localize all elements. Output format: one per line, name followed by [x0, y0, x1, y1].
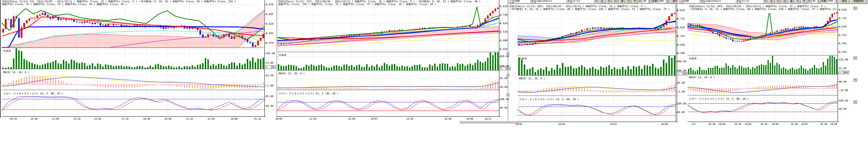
toolbar-combo-先物[interactable]: 先物▼ — [514, 0, 534, 3]
toolbar-spin-field[interactable]: 30▲▼ — [811, 0, 820, 3]
volume-bar — [657, 69, 659, 75]
combo-value: 先物 — [684, 0, 689, 3]
candle-body — [63, 19, 64, 19]
volume-bar — [84, 63, 85, 69]
toolbar-button-年[interactable]: 年 — [632, 0, 638, 3]
candle-body — [589, 28, 591, 29]
combo-dropdown-icon[interactable]: ▼ — [567, 0, 570, 3]
toolbar-button-日[interactable]: 日 — [613, 0, 618, 3]
volume-bar — [255, 62, 256, 69]
combo-dropdown-icon[interactable]: ▼ — [700, 0, 703, 3]
macd-axis-label: 45.00 — [677, 82, 685, 84]
toolbar-spin-field[interactable]: 600▲▼ — [827, 0, 838, 3]
macd-section-label: MACD( 12, 26, 9 ) — [519, 77, 545, 80]
candle-body — [249, 42, 251, 43]
volume-bar — [197, 65, 198, 69]
volume-bar — [765, 65, 767, 74]
volume-bar — [704, 70, 705, 74]
candle-body — [257, 41, 258, 45]
combo-dropdown-icon[interactable]: ▼ — [736, 0, 740, 3]
candle-body — [584, 30, 585, 30]
toolbar-button-足[interactable]: 足 — [599, 0, 606, 3]
toolbar-button-複数銘柄[interactable]: 複数銘柄 — [850, 0, 867, 3]
toolbar-button-足[interactable]: 足 — [768, 0, 775, 3]
volume-bar — [589, 68, 591, 75]
combo-dropdown-icon[interactable]: ▼ — [530, 0, 534, 3]
toolbar-button-分[interactable]: 分 — [776, 0, 781, 3]
toolbar-button-日[interactable]: 日 — [782, 0, 787, 3]
volume-axis-label: 135.00 — [839, 58, 848, 61]
volume-bar — [832, 56, 833, 74]
combo-dropdown-icon[interactable]: ▼ — [594, 0, 598, 3]
volume-bar — [587, 69, 588, 75]
toolbar-spin-field[interactable]: 30▲▼ — [642, 0, 651, 3]
candle-body — [801, 27, 802, 28]
volume-bar — [68, 64, 69, 69]
price-axis-label: 8,335 — [839, 51, 846, 53]
volume-bar — [170, 66, 172, 69]
combo-dropdown-icon[interactable]: ▼ — [763, 0, 767, 3]
section-dropdown-button[interactable]: ▼ — [853, 6, 857, 10]
price-axis-label: 8,570 — [500, 31, 507, 33]
toolbar-button-blank[interactable] — [678, 0, 682, 3]
toolbar-spin-field[interactable]: 600▲▼ — [658, 0, 669, 3]
toolbar-combo-日経225mini[interactable]: 日経225mini▼ — [704, 0, 740, 3]
toolbar-button-適用[interactable]: 適用 — [839, 0, 849, 3]
section-collapse-handle[interactable]: ◣ — [506, 52, 509, 55]
time-axis-label: 10/08 — [230, 118, 238, 120]
volume-bar — [283, 66, 284, 70]
volume-bar — [247, 59, 248, 69]
time-axis-label: 01:20 — [254, 118, 261, 120]
volume-axis-label: 75.00 — [266, 62, 273, 64]
toolbar-controls: 先物▼日経225mini▼11/12▼足分日週月年分30▲▼本数600▲▼適用複… — [509, 0, 677, 3]
section-dropdown-button[interactable]: ▼ — [853, 56, 857, 60]
volume-bar — [812, 68, 813, 74]
spin-arrows-icon[interactable]: ▲▼ — [666, 0, 669, 3]
candle-body — [92, 23, 93, 24]
volume-bar — [540, 68, 541, 75]
toolbar-button-週[interactable]: 週 — [619, 0, 625, 3]
price-axis-label: 8,525 — [839, 34, 846, 36]
candle-body — [728, 39, 729, 39]
toolbar-button-週[interactable]: 週 — [788, 0, 794, 3]
toolbar-combo-11/12[interactable]: 11/12▼ — [741, 0, 767, 3]
section-dropdown-button[interactable]: ▼ — [853, 100, 857, 104]
volume-bar — [759, 65, 760, 74]
spin-arrows-icon[interactable]: ▲▼ — [835, 0, 838, 3]
volume-bar — [252, 58, 253, 69]
candle-body — [832, 14, 833, 17]
volume-bar — [695, 71, 696, 74]
toolbar-combo-11/12[interactable]: 11/12▼ — [571, 0, 598, 3]
spin-arrows-icon[interactable]: ▲▼ — [648, 0, 651, 3]
toolbar-button-分[interactable]: 分 — [607, 0, 612, 3]
section-collapse-handle[interactable]: ◣ — [506, 74, 509, 77]
volume-bar — [134, 67, 135, 69]
volume-bar — [559, 68, 561, 75]
candle-body — [311, 40, 312, 40]
toolbar-label: 本数 — [652, 0, 657, 3]
horizontal-scrollbar-thumb[interactable] — [459, 121, 519, 123]
section-dropdown-button[interactable]: ▼ — [853, 78, 857, 82]
price-axis-label: 8,810 — [500, 5, 507, 8]
section-collapse-handle[interactable]: ◣ — [506, 94, 509, 97]
toolbar-combo-日経225mini[interactable]: 日経225mini▼ — [535, 0, 570, 3]
toolbar-button-blank[interactable] — [509, 0, 513, 3]
macd-axis-label: -5.00 — [677, 91, 685, 93]
toolbar-combo-先物[interactable]: 先物▼ — [683, 0, 704, 3]
toolbar-button-月[interactable]: 月 — [626, 0, 631, 3]
volume-bar — [329, 68, 330, 70]
volume-bar — [434, 64, 436, 70]
volume-bar — [147, 67, 148, 69]
candle-body — [205, 37, 206, 37]
toolbar-button-適用[interactable]: 適用 — [670, 0, 677, 3]
toolbar-button-年[interactable]: 年 — [801, 0, 807, 3]
candle-body — [389, 30, 390, 31]
volume-bar — [554, 70, 555, 75]
spin-arrows-icon[interactable]: ▲▼ — [817, 0, 820, 3]
volume-bar — [189, 67, 190, 69]
volume-bar — [249, 61, 251, 69]
candle-body — [89, 23, 91, 23]
toolbar-button-月[interactable]: 月 — [795, 0, 801, 3]
volume-bar — [236, 66, 238, 69]
volume-bar — [820, 67, 822, 74]
